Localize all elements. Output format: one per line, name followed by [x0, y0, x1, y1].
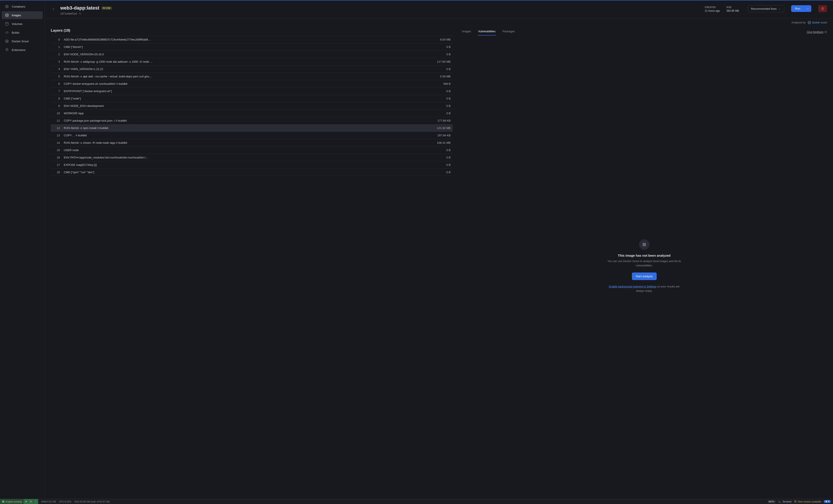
layer-index: 6: [53, 82, 64, 85]
layer-row[interactable]: 6COPY docker-entrypoint.sh /usr/local/bi…: [51, 80, 453, 87]
layer-row[interactable]: 15USER node0 B: [51, 147, 453, 154]
layer-index: 17: [53, 163, 64, 167]
layer-row[interactable]: 14RUN /bin/sh -c chown -R node:node /app…: [51, 139, 453, 147]
layer-index: 16: [53, 156, 64, 159]
notifications-button[interactable]: 5: [824, 500, 831, 503]
layer-command: COPY package.json package-lock.json ./ #…: [64, 119, 437, 122]
tab-vulnerabilities[interactable]: Vulnerabilities: [478, 28, 496, 35]
svg-rect-8: [644, 244, 645, 245]
empty-state: This image has not been analyzed You can…: [461, 38, 827, 495]
terminal-label: Terminal: [782, 500, 791, 503]
delete-button[interactable]: [818, 5, 827, 12]
kebab-icon: [35, 501, 37, 503]
layer-row[interactable]: 9ENV NODE_ENV=development0 B: [51, 102, 453, 110]
recommended-fixes-button[interactable]: Recommended fixes: [748, 5, 784, 12]
terminal-button[interactable]: Terminal: [778, 500, 791, 503]
layer-row[interactable]: 5RUN /bin/sh -c apk add --no-cache --vir…: [51, 73, 453, 80]
ram-stat: RAM 0.52 GB: [41, 500, 56, 503]
sidebar-item-images[interactable]: Images: [2, 11, 43, 19]
engine-pause-button[interactable]: [29, 499, 33, 504]
layer-row[interactable]: 3RUN /bin/sh -c addgroup -g 1000 node &&…: [51, 58, 453, 66]
engine-status[interactable]: Engine running: [0, 499, 24, 504]
svg-point-3: [6, 41, 7, 42]
layer-command: ENTRYPOINT ["docker-entrypoint.sh"]: [64, 90, 447, 93]
layer-size: 0 B: [447, 53, 451, 56]
layer-command: RUN /bin/sh -c chown -R node:node /app #…: [64, 141, 437, 144]
layer-row[interactable]: 7ENTRYPOINT ["docker-entrypoint.sh"]0 B: [51, 87, 453, 95]
layer-row[interactable]: 18CMD ["npm" "run" "dev"]0 B: [51, 169, 453, 176]
tab-images[interactable]: Images: [461, 28, 472, 35]
layer-row[interactable]: 17EXPOSE map[5173/tcp:{}]0 B: [51, 161, 453, 169]
sidebar-item-label: Volumes: [12, 22, 23, 26]
update-label: New version available: [798, 500, 821, 503]
update-available-button[interactable]: New version available: [794, 500, 821, 503]
sidebar-item-scout[interactable]: Docker Scout: [2, 37, 43, 45]
tab-packages[interactable]: Packages: [502, 28, 515, 35]
engine-start-button[interactable]: [24, 499, 29, 504]
layer-command: CMD ["npm" "run" "dev"]: [64, 171, 447, 174]
scout-brand-text: docker scout: [812, 21, 827, 24]
enable-indexing-link[interactable]: Enable background indexing in Settings: [609, 285, 657, 288]
beta-badge: BETA: [768, 500, 776, 503]
layer-size: 388 B: [443, 82, 451, 85]
layer-index: 18: [53, 171, 64, 174]
layer-command: CMD ["/bin/sh"]: [64, 45, 447, 49]
layer-row[interactable]: 16ENV PATH=/app/node_modules/.bin:/usr/l…: [51, 154, 453, 161]
svg-point-11: [35, 501, 36, 501]
docker-scout-logo[interactable]: docker scout: [807, 21, 827, 25]
empty-title: This image has not been analyzed: [618, 254, 670, 257]
layer-size: 106.31 MB: [437, 141, 451, 144]
sidebar-item-containers[interactable]: Containers: [2, 3, 43, 10]
page-title: web3-dapp:latest: [60, 5, 99, 11]
give-feedback-link[interactable]: Give feedback: [807, 30, 827, 33]
feedback-label: Give feedback: [807, 30, 824, 33]
disk-stat: Disk 55.89 GB avail. of 62.67 GB: [74, 500, 109, 503]
run-button[interactable]: Run: [791, 5, 804, 12]
layer-row[interactable]: 1CMD ["/bin/sh"]0 B: [51, 43, 453, 51]
layers-heading: Layers (19): [51, 28, 453, 33]
layer-command: COPY docker-entrypoint.sh /usr/local/bin…: [64, 82, 443, 85]
layer-index: 2: [53, 53, 64, 56]
containers-icon: [5, 4, 9, 9]
layer-row[interactable]: 8CMD ["node"]0 B: [51, 95, 453, 102]
layer-command: RUN /bin/sh -c npm install # buildkit: [64, 126, 437, 130]
svg-point-2: [5, 40, 8, 43]
empty-subtext: Enable background indexing in Settings s…: [605, 284, 683, 293]
chevron-down-icon: [807, 7, 809, 10]
layer-row[interactable]: 4ENV YARN_VERSION=1.22.220 B: [51, 66, 453, 73]
layer-row[interactable]: 11COPY package.json package-lock.json ./…: [51, 117, 453, 124]
extensions-icon: [5, 48, 9, 52]
svg-point-0: [6, 14, 8, 15]
empty-text: You can use Docker Scout to analyze loca…: [608, 259, 681, 268]
builds-icon: [5, 30, 9, 35]
copy-icon[interactable]: [79, 12, 82, 15]
layer-command: WORKDIR /app: [64, 111, 447, 115]
engine-menu-button[interactable]: [33, 499, 38, 504]
sidebar-item-extensions[interactable]: Extensions: [2, 46, 43, 54]
scout-logo-icon: [807, 21, 811, 25]
engine-controls: [24, 499, 38, 504]
svg-rect-9: [30, 501, 31, 502]
layer-size: 0 B: [447, 97, 451, 100]
run-options-button[interactable]: [804, 5, 811, 12]
layer-command: RUN /bin/sh -c apk add --no-cache --virt…: [64, 75, 440, 78]
layer-row[interactable]: 12RUN /bin/sh -c npm install # buildkit1…: [51, 124, 453, 132]
start-analysis-button[interactable]: Start analysis: [632, 273, 657, 280]
svg-point-6: [809, 22, 810, 23]
layer-row[interactable]: 0ADD file:a71f7e9bc66668361f88637c724c44…: [51, 36, 453, 43]
cpu-stat: CPU 0.25%: [59, 500, 71, 503]
svg-rect-4: [80, 13, 81, 15]
layer-row[interactable]: 2ENV NODE_VERSION=20.16.00 B: [51, 51, 453, 58]
status-bar: Engine running RAM 0.52 GB CPU 0.25% Dis…: [0, 499, 833, 504]
sidebar-item-volumes[interactable]: Volumes: [2, 20, 43, 28]
sidebar-item-label: Extensions: [12, 48, 26, 52]
layer-row[interactable]: 13COPY . . # buildkit297.84 KB: [51, 132, 453, 139]
layers-list[interactable]: 0ADD file:a71f7e9bc66668361f88637c724c44…: [51, 36, 453, 495]
layer-size: 0 B: [447, 111, 451, 115]
layer-row[interactable]: 10WORKDIR /app0 B: [51, 110, 453, 117]
layer-index: 9: [53, 104, 64, 107]
back-button[interactable]: [51, 6, 56, 12]
sidebar: Containers Images Volumes Builds Docker …: [0, 0, 45, 499]
sidebar-item-builds[interactable]: Builds: [2, 29, 43, 36]
sidebar-item-label: Builds: [12, 31, 19, 34]
